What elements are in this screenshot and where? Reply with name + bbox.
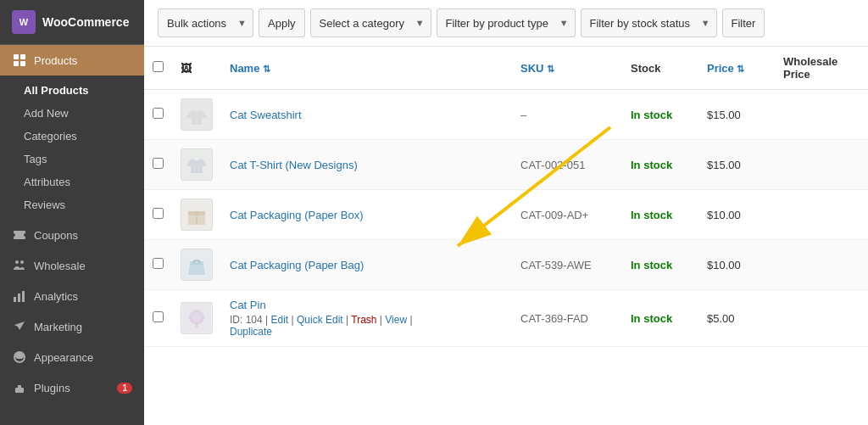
- row-thumbnail-cell: [172, 240, 221, 290]
- row-checkbox[interactable]: [153, 158, 164, 169]
- row-name-cell: Cat T-Shirt (New Designs): [221, 140, 512, 190]
- sidebar-sub-add-new[interactable]: Add New: [0, 102, 144, 125]
- row-sku-cell: CAT-369-FAD: [512, 290, 622, 347]
- row-wholesale-cell: [775, 190, 868, 240]
- category-filter-select[interactable]: Select a category: [310, 8, 431, 37]
- sidebar-sub-attributes[interactable]: Attributes: [0, 171, 144, 193]
- plugins-badge: 1: [117, 383, 132, 394]
- sidebar-products-label: Products: [34, 54, 77, 67]
- row-checkbox-cell: [144, 190, 172, 240]
- row-thumbnail-cell: [172, 140, 221, 190]
- name-sort-icon: ⇅: [263, 64, 270, 74]
- products-icon: [12, 53, 27, 68]
- woocommerce-logo-box: W: [12, 10, 36, 34]
- svg-point-5: [20, 260, 24, 264]
- sidebar-sub-categories[interactable]: Categories: [0, 125, 144, 148]
- sidebar-item-coupons[interactable]: Coupons: [0, 220, 144, 250]
- apply-button[interactable]: Apply: [259, 8, 305, 37]
- row-thumbnail-cell: [172, 290, 221, 347]
- price-header[interactable]: Price ⇅: [698, 47, 775, 90]
- duplicate-link[interactable]: Duplicate: [230, 326, 272, 338]
- row-checkbox[interactable]: [153, 108, 164, 119]
- svg-rect-7: [18, 294, 20, 302]
- product-name-link[interactable]: Cat T-Shirt (New Designs): [230, 159, 358, 171]
- trash-link[interactable]: Trash: [351, 314, 376, 326]
- wholesale-header: Wholesale Price: [775, 47, 868, 90]
- row-wholesale-cell: [775, 140, 868, 190]
- row-id: ID: 104: [230, 314, 263, 326]
- row-checkbox-cell: [144, 240, 172, 290]
- sidebar-appearance-label: Appearance: [34, 351, 93, 364]
- sidebar-sub-all-products[interactable]: All Products: [0, 79, 144, 102]
- row-checkbox-cell: [144, 140, 172, 190]
- svg-rect-18: [190, 261, 203, 265]
- svg-rect-3: [20, 61, 25, 66]
- sidebar-item-analytics[interactable]: Analytics: [0, 281, 144, 311]
- select-all-checkbox[interactable]: [153, 61, 164, 72]
- sidebar-item-plugins[interactable]: Plugins 1: [0, 372, 144, 403]
- quick-edit-link[interactable]: Quick Edit: [297, 314, 343, 326]
- sidebar-item-marketing[interactable]: Marketing: [0, 311, 144, 342]
- row-stock-cell: In stock: [622, 190, 698, 240]
- image-icon: 🖼: [181, 62, 192, 75]
- sidebar-item-products[interactable]: Products: [0, 45, 144, 75]
- product-name-link[interactable]: Cat Sweatshirt: [230, 109, 302, 121]
- sidebar-logo-text: WooCommerce: [42, 15, 129, 29]
- view-link[interactable]: View: [385, 314, 407, 326]
- main-wrapper: Bulk actions ▼ Apply Select a category ▼…: [144, 0, 868, 425]
- row-price-cell: $10.00: [698, 240, 775, 290]
- filter-button[interactable]: Filter: [722, 8, 765, 37]
- stock-filter-select[interactable]: Filter by stock status: [581, 8, 717, 37]
- table-row: Cat Packaging (Paper Box) CAT-009-AD+ In…: [144, 190, 868, 240]
- table-row: Cat Sweatshirt – In stock $15.00: [144, 90, 868, 140]
- bulk-actions-wrapper: Bulk actions ▼: [158, 8, 253, 37]
- product-type-filter-select[interactable]: Filter by product type: [437, 8, 576, 37]
- row-sku-cell: –: [512, 90, 622, 140]
- sidebar-sub-reviews[interactable]: Reviews: [0, 193, 144, 216]
- row-checkbox[interactable]: [153, 208, 164, 219]
- sidebar-item-wholesale[interactable]: Wholesale: [0, 250, 144, 281]
- name-header[interactable]: Name ⇅: [221, 47, 512, 90]
- row-price-cell: $10.00: [698, 190, 775, 240]
- row-wholesale-cell: [775, 290, 868, 347]
- row-sku-cell: CAT-009-AD+: [512, 190, 622, 240]
- sidebar-logo[interactable]: W WooCommerce: [0, 0, 144, 45]
- row-stock-cell: In stock: [622, 90, 698, 140]
- coupon-icon: [12, 227, 27, 243]
- sidebar-sub-tags[interactable]: Tags: [0, 148, 144, 171]
- product-name-link[interactable]: Cat Packaging (Paper Box): [230, 209, 364, 221]
- stock-filter-wrapper: Filter by stock status ▼: [581, 8, 717, 37]
- sidebar-item-appearance[interactable]: Appearance: [0, 342, 144, 372]
- wholesale-icon: [12, 258, 27, 273]
- product-name-link[interactable]: Cat Packaging (Paper Bag): [230, 259, 364, 271]
- row-checkbox[interactable]: [153, 258, 164, 269]
- row-price-cell: $15.00: [698, 90, 775, 140]
- svg-point-22: [195, 325, 198, 328]
- table-header-row: 🖼 Name ⇅ SKU ⇅ Stock Price ⇅ Wholesale P…: [144, 47, 868, 90]
- table-row: Cat Pin ID: 104 | Edit | Quick Edit | Tr…: [144, 290, 868, 347]
- row-name-cell: Cat Pin ID: 104 | Edit | Quick Edit | Tr…: [221, 290, 512, 347]
- svg-rect-8: [22, 291, 25, 302]
- toolbar: Bulk actions ▼ Apply Select a category ▼…: [144, 0, 868, 47]
- edit-link[interactable]: Edit: [271, 314, 289, 326]
- row-stock-cell: In stock: [622, 140, 698, 190]
- category-filter-wrapper: Select a category ▼: [310, 8, 431, 37]
- row-wholesale-cell: [775, 90, 868, 140]
- sidebar-marketing-label: Marketing: [34, 321, 82, 333]
- svg-rect-6: [14, 297, 16, 302]
- row-sku-cell: CAT-002-051: [512, 140, 622, 190]
- product-thumbnail: [181, 199, 213, 231]
- sidebar-analytics-label: Analytics: [34, 290, 78, 303]
- row-stock-cell: In stock: [622, 290, 698, 347]
- plugins-icon: [12, 380, 27, 395]
- svg-rect-2: [14, 61, 19, 66]
- products-submenu: All Products Add New Categories Tags Att…: [0, 75, 144, 220]
- row-name-cell: Cat Packaging (Paper Box): [221, 190, 512, 240]
- sku-header[interactable]: SKU ⇅: [512, 47, 622, 90]
- product-thumbnail: [181, 249, 213, 281]
- row-checkbox[interactable]: [153, 311, 164, 322]
- row-price-cell: $5.00: [698, 290, 775, 347]
- bulk-actions-select[interactable]: Bulk actions: [158, 8, 253, 37]
- svg-rect-1: [20, 54, 25, 59]
- product-name-link[interactable]: Cat Pin: [230, 299, 266, 311]
